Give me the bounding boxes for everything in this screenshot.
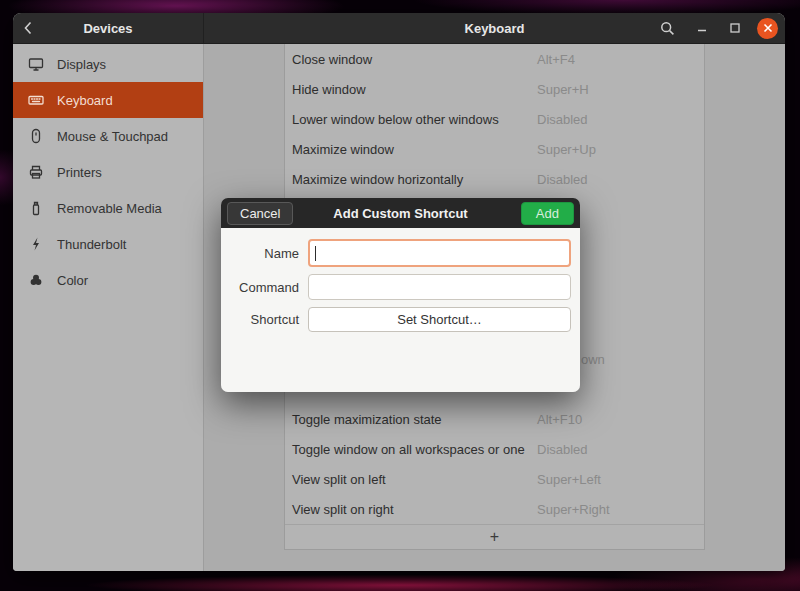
sidebar-item-label: Printers <box>57 165 102 180</box>
window-controls <box>656 13 778 43</box>
thunderbolt-icon <box>28 236 44 252</box>
color-icon <box>28 272 44 288</box>
sidebar-item-label: Thunderbolt <box>57 237 126 252</box>
shortcut-name: Maximize window horizontally <box>292 172 463 187</box>
name-row: Name <box>221 239 571 267</box>
shortcut-name: Maximize window <box>292 142 394 157</box>
shortcut-binding: Disabled <box>537 112 588 127</box>
back-button[interactable] <box>23 13 33 43</box>
cancel-button[interactable]: Cancel <box>227 202 293 225</box>
table-row[interactable]: View split on leftSuper+Left <box>285 464 704 494</box>
settings-window: Devices Keyboard DisplaysKeyboardMouse <box>13 13 785 571</box>
minimize-icon <box>696 22 708 34</box>
sidebar-item-label: Keyboard <box>57 93 113 108</box>
maximize-button[interactable] <box>724 17 746 39</box>
headerbar: Devices Keyboard <box>13 13 785 44</box>
removable-media-icon <box>28 200 44 216</box>
minimize-button[interactable] <box>691 17 713 39</box>
shortcut-name: Hide window <box>292 82 366 97</box>
headerbar-sidebar-section: Devices <box>13 13 204 43</box>
dialog-header: Add Custom Shortcut Cancel Add <box>221 198 580 228</box>
shortcut-binding: Super+H <box>537 82 589 97</box>
command-input[interactable] <box>308 274 571 300</box>
close-icon <box>763 23 773 33</box>
shortcut-binding: Super+Left <box>537 472 601 487</box>
table-row[interactable]: Lower window below other windowsDisabled <box>285 104 704 134</box>
shortcut-binding: Disabled <box>537 172 588 187</box>
shortcut-name: Toggle window on all workspaces or one <box>292 442 525 457</box>
table-row[interactable]: Maximize window horizontallyDisabled <box>285 164 704 194</box>
section-title: Devices <box>83 21 132 36</box>
plus-icon: + <box>490 528 499 546</box>
displays-icon <box>28 56 44 72</box>
shortcut-binding: Super+Right <box>537 502 610 517</box>
mouse-icon <box>28 128 44 144</box>
shortcut-binding: own <box>581 352 605 367</box>
dialog-body: Name Command Shortcut Set Shortcut… <box>221 228 580 392</box>
shortcut-name: View split on left <box>292 472 386 487</box>
add-button[interactable]: Add <box>521 202 574 225</box>
sidebar-item-keyboard[interactable]: Keyboard <box>13 82 203 118</box>
set-shortcut-button[interactable]: Set Shortcut… <box>308 307 571 332</box>
maximize-icon <box>729 22 741 34</box>
shortcut-name: Lower window below other windows <box>292 112 499 127</box>
sidebar: DisplaysKeyboardMouse & TouchpadPrinters… <box>13 44 204 571</box>
table-row[interactable]: Toggle window on all workspaces or oneDi… <box>285 434 704 464</box>
sidebar-item-label: Removable Media <box>57 201 162 216</box>
table-row[interactable]: Toggle maximization stateAlt+F10 <box>285 404 704 434</box>
sidebar-item-label: Color <box>57 273 88 288</box>
headerbar-main-section: Keyboard <box>204 13 785 43</box>
search-icon <box>660 21 675 36</box>
command-label: Command <box>221 280 299 295</box>
shortcut-binding: Alt+F4 <box>537 52 575 67</box>
close-button[interactable] <box>757 18 778 39</box>
printer-icon <box>28 164 44 180</box>
table-row[interactable]: Close windowAlt+F4 <box>285 44 704 74</box>
shortcut-binding: Alt+F10 <box>537 412 582 427</box>
sidebar-item-removable-media[interactable]: Removable Media <box>13 190 203 226</box>
keyboard-icon <box>28 92 44 108</box>
sidebar-item-displays[interactable]: Displays <box>13 46 203 82</box>
search-button[interactable] <box>656 17 678 39</box>
sidebar-item-mouse-touchpad[interactable]: Mouse & Touchpad <box>13 118 203 154</box>
name-label: Name <box>221 246 299 261</box>
add-custom-shortcut-dialog: Add Custom Shortcut Cancel Add Name Comm… <box>221 198 580 392</box>
text-caret <box>315 246 316 261</box>
name-input[interactable] <box>308 239 571 267</box>
command-row: Command <box>221 274 571 300</box>
sidebar-item-color[interactable]: Color <box>13 262 203 298</box>
shortcut-name: View split on right <box>292 502 394 517</box>
add-shortcut-row[interactable]: + <box>285 524 704 549</box>
page-title: Keyboard <box>465 21 525 36</box>
shortcut-row: Shortcut Set Shortcut… <box>221 307 571 332</box>
chevron-left-icon <box>23 21 33 35</box>
shortcut-label: Shortcut <box>221 312 299 327</box>
sidebar-item-label: Displays <box>57 57 106 72</box>
shortcut-name: Close window <box>292 52 372 67</box>
shortcut-binding: Disabled <box>537 442 588 457</box>
table-row[interactable]: View split on rightSuper+Right <box>285 494 704 524</box>
shortcut-name: Toggle maximization state <box>292 412 442 427</box>
sidebar-item-label: Mouse & Touchpad <box>57 129 168 144</box>
table-row[interactable]: Maximize windowSuper+Up <box>285 134 704 164</box>
shortcut-binding: Super+Up <box>537 142 596 157</box>
sidebar-item-thunderbolt[interactable]: Thunderbolt <box>13 226 203 262</box>
sidebar-item-printers[interactable]: Printers <box>13 154 203 190</box>
table-row[interactable]: Hide windowSuper+H <box>285 74 704 104</box>
